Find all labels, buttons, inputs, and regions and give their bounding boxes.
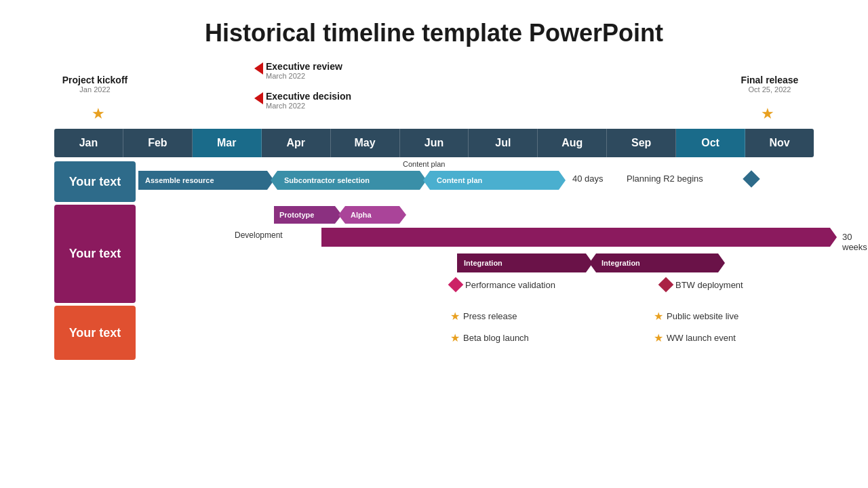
row-2: Your text Prototype Alpha Development 30…: [54, 205, 814, 303]
beta-blog-label: Beta blog launch: [463, 333, 529, 343]
press-release-label: Press release: [463, 311, 517, 321]
row-3-content: ★ Press release ★ Beta blog launch ★ Pub…: [138, 306, 814, 360]
perf-diamond-icon: [448, 277, 464, 293]
btw-deployment-row: BTW deployment: [660, 279, 743, 290]
beta-blog-item: ★ Beta blog launch: [450, 331, 529, 344]
subcontractor-bar: Subcontractor selection: [271, 171, 427, 190]
row-1-content: Content plan Assemble resource Subcontra…: [138, 161, 814, 197]
public-website-label: Public website live: [667, 311, 738, 321]
planning-r2-label: Planning R2 begins: [627, 174, 703, 184]
integration-1-label: Integration: [464, 259, 502, 267]
exec-review-title: Executive review: [266, 61, 342, 72]
above-line-annotations: Project kickoff Jan 2022 ★ Executive rev…: [54, 61, 814, 129]
btw-deployment-label: BTW deployment: [675, 280, 743, 290]
subcontractor-bar-label: Subcontractor selection: [284, 176, 370, 184]
assemble-bar-label: Assemble resource: [145, 176, 214, 184]
month-cell-apr: Apr: [262, 129, 331, 157]
row-2-label-text: Your text: [69, 247, 121, 261]
rows-area: Your text Content plan Assemble resource…: [54, 161, 814, 360]
row-2-label: Your text: [54, 205, 136, 303]
final-release-star: ★: [761, 105, 774, 123]
exec-decision-title: Executive decision: [266, 91, 351, 102]
final-release-annotation: Final release Oct 25, 2022: [732, 75, 807, 94]
prototype-bar-label: Prototype: [279, 211, 314, 219]
integration-2-label: Integration: [601, 259, 640, 267]
ww-launch-item: ★ WW launch event: [654, 331, 736, 344]
thirty-weeks-label: 30 weeks: [842, 232, 867, 252]
forty-days-label: 40 days: [572, 174, 604, 184]
alpha-bar: Alpha: [338, 206, 406, 224]
planning-r2-diamond: [743, 170, 760, 187]
press-release-item: ★ Press release: [450, 310, 517, 323]
content-plan-bar-label: Content plan: [437, 176, 482, 184]
row-2-content: Prototype Alpha Development 30 weeks Int…: [138, 205, 814, 303]
ww-launch-label: WW launch event: [667, 333, 736, 343]
month-cell-sep: Sep: [607, 129, 676, 157]
beta-blog-star: ★: [450, 331, 460, 344]
row-3-label: Your text: [54, 306, 136, 360]
public-website-item: ★ Public website live: [654, 310, 738, 323]
month-cell-jul: Jul: [469, 129, 538, 157]
month-cell-may: May: [331, 129, 400, 157]
flag-review-icon: [254, 62, 263, 75]
kickoff-title: Project kickoff: [61, 75, 129, 85]
month-cell-jan: Jan: [54, 129, 123, 157]
development-label: Development: [235, 230, 283, 240]
perf-validation-row: Performance validation: [450, 279, 555, 290]
month-cell-oct: Oct: [676, 129, 745, 157]
row-1-label-text: Your text: [69, 175, 121, 189]
exec-review-annotation: Executive review March 2022: [254, 61, 342, 80]
integration-bar-2: Integration: [589, 253, 725, 272]
btw-diamond-icon: [658, 277, 674, 293]
page-title: Historical timeline template PowerPoint: [0, 0, 868, 54]
final-release-title: Final release: [732, 75, 807, 85]
month-cell-feb: Feb: [123, 129, 193, 157]
month-cell-nov: Nov: [745, 129, 814, 157]
exec-decision-date: March 2022: [266, 102, 351, 110]
integration-bar-1: Integration: [457, 253, 593, 272]
kickoff-date: Jan 2022: [61, 85, 129, 94]
month-cell-mar: Mar: [193, 129, 262, 157]
assemble-resource-bar: Assemble resource: [138, 171, 274, 190]
final-release-date: Oct 25, 2022: [732, 85, 807, 94]
row-3-label-text: Your text: [69, 326, 121, 340]
kickoff-star: ★: [92, 105, 105, 123]
prototype-bar: Prototype: [274, 206, 342, 224]
month-cell-jun: Jun: [400, 129, 469, 157]
development-bar: [321, 228, 837, 247]
content-plan-above-label: Content plan: [403, 160, 445, 168]
exec-review-date: March 2022: [266, 72, 342, 80]
row-1: Your text Content plan Assemble resource…: [54, 161, 814, 202]
row-1-label: Your text: [54, 161, 136, 202]
alpha-bar-label: Alpha: [351, 211, 372, 219]
press-release-star: ★: [450, 310, 460, 323]
month-cell-aug: Aug: [538, 129, 607, 157]
public-website-star: ★: [654, 310, 663, 323]
month-bar: JanFebMarAprMayJunJulAugSepOctNov: [54, 129, 814, 157]
exec-decision-annotation: Executive decision March 2022: [254, 91, 351, 110]
flag-decision-icon: [254, 92, 263, 104]
row-3: Your text ★ Press release ★ Beta blog la…: [54, 306, 814, 360]
timeline-container: Project kickoff Jan 2022 ★ Executive rev…: [54, 61, 814, 157]
content-plan-bar: Content plan: [423, 171, 566, 190]
perf-validation-label: Performance validation: [465, 280, 555, 290]
ww-launch-star: ★: [654, 331, 663, 344]
project-kickoff-annotation: Project kickoff Jan 2022: [61, 75, 129, 94]
